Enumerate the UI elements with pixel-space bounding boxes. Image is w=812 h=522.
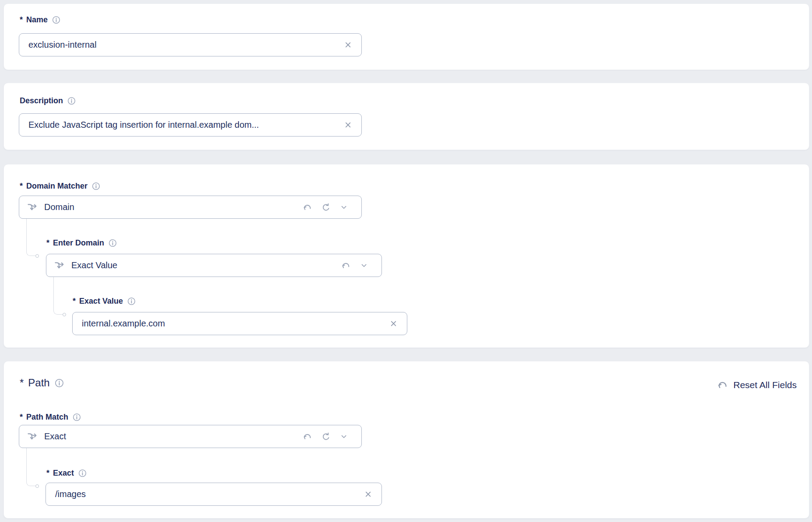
branch-icon	[54, 259, 66, 271]
required-marker: *	[20, 376, 24, 390]
undo-icon[interactable]	[302, 202, 312, 212]
description-label-row: Description	[20, 95, 76, 106]
info-icon[interactable]	[55, 378, 64, 388]
tree-connector	[26, 448, 35, 486]
name-input[interactable]	[19, 34, 343, 56]
clear-icon[interactable]	[343, 120, 353, 130]
exact-value-label-row: *Exact Value	[73, 295, 136, 307]
branch-icon	[27, 201, 38, 213]
info-icon[interactable]	[78, 469, 87, 477]
reset-all-fields-button[interactable]: Reset All Fields	[717, 379, 797, 391]
rule-form-page: *Name Description *Domain Matcher Domain	[0, 0, 812, 522]
enter-domain-label: Enter Domain	[53, 237, 104, 249]
info-icon[interactable]	[73, 413, 81, 421]
name-field	[19, 33, 362, 56]
connector-dot	[63, 313, 66, 316]
enter-domain-select-value: Exact Value	[71, 260, 117, 270]
info-icon[interactable]	[52, 16, 60, 24]
required-marker: *	[20, 411, 23, 423]
required-marker: *	[20, 180, 23, 192]
domain-matcher-label-row: *Domain Matcher	[20, 180, 100, 192]
refresh-icon[interactable]	[321, 203, 331, 212]
enter-domain-label-row: *Enter Domain	[46, 237, 117, 249]
enter-domain-select[interactable]: Exact Value	[46, 254, 382, 277]
info-icon[interactable]	[127, 297, 136, 305]
domain-matcher-select-value: Domain	[44, 202, 74, 212]
undo-icon[interactable]	[302, 431, 312, 441]
connector-dot	[35, 484, 39, 488]
required-marker: *	[73, 295, 76, 307]
reset-all-fields-label: Reset All Fields	[733, 380, 797, 390]
clear-icon[interactable]	[343, 40, 353, 49]
path-match-label-row: *Path Match	[20, 411, 81, 423]
chevron-down-icon[interactable]	[360, 261, 368, 270]
exact-input[interactable]	[46, 483, 364, 505]
description-label: Description	[20, 95, 63, 106]
exact-value-field	[72, 312, 407, 335]
domain-matcher-card: *Domain Matcher Domain *Enter Domain Exa…	[4, 164, 809, 348]
exact-value-input[interactable]	[73, 312, 389, 335]
description-field	[19, 113, 362, 137]
info-icon[interactable]	[92, 182, 100, 190]
required-marker: *	[46, 237, 49, 249]
required-marker: *	[46, 467, 49, 479]
refresh-icon[interactable]	[321, 432, 331, 441]
chevron-down-icon[interactable]	[340, 432, 348, 441]
name-card: *Name	[4, 4, 809, 70]
exact-value-label: Exact Value	[79, 295, 123, 307]
chevron-down-icon[interactable]	[340, 203, 348, 212]
exact-field	[46, 483, 382, 506]
domain-matcher-label: Domain Matcher	[26, 180, 88, 192]
path-heading: Path	[28, 376, 49, 390]
path-heading-row: *Path	[20, 376, 64, 390]
exact-label-row: *Exact	[46, 467, 87, 479]
required-marker: *	[20, 14, 23, 25]
tree-connector	[53, 277, 63, 315]
undo-icon[interactable]	[341, 260, 351, 270]
description-card: Description	[4, 83, 809, 150]
connector-dot	[35, 254, 39, 258]
clear-icon[interactable]	[389, 319, 398, 328]
domain-matcher-select[interactable]: Domain	[19, 196, 362, 219]
tree-connector	[26, 219, 35, 256]
info-icon[interactable]	[67, 97, 76, 105]
exact-label: Exact	[53, 467, 74, 479]
info-icon[interactable]	[108, 239, 117, 247]
branch-icon	[27, 431, 38, 442]
clear-icon[interactable]	[364, 490, 373, 499]
description-input[interactable]	[19, 114, 343, 136]
name-label-row: *Name	[20, 14, 60, 25]
path-match-select[interactable]: Exact	[19, 425, 362, 448]
undo-icon	[717, 379, 728, 391]
path-match-select-value: Exact	[44, 431, 66, 441]
path-match-label: Path Match	[26, 411, 68, 423]
name-label: Name	[26, 14, 48, 25]
path-card: *Path Reset All Fields *Path Match Exact…	[4, 361, 809, 518]
